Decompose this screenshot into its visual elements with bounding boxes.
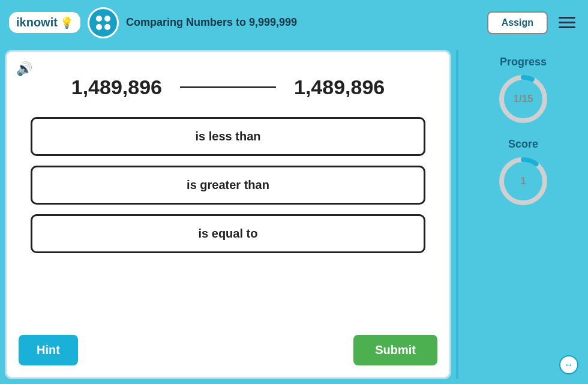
right-number: 1,489,896 bbox=[294, 76, 385, 99]
sound-icon[interactable]: 🔊 bbox=[16, 61, 32, 77]
logo-bulb-icon: 💡 bbox=[60, 16, 73, 29]
progress-label: Progress bbox=[500, 56, 547, 68]
hint-button[interactable]: Hint bbox=[19, 335, 78, 365]
question-area: 1,489,896 1,489,896 bbox=[19, 76, 437, 99]
score-label: Score bbox=[508, 138, 538, 151]
option-greater-than[interactable]: is greater than bbox=[31, 166, 425, 205]
hamburger-line bbox=[559, 17, 575, 19]
assign-button[interactable]: Assign bbox=[487, 11, 548, 34]
film-dot bbox=[104, 16, 110, 22]
bottom-bar: Hint Submit bbox=[19, 325, 437, 365]
option-equal-to[interactable]: is equal to bbox=[31, 214, 425, 253]
options-area: is less than is greater than is equal to bbox=[19, 117, 437, 325]
progress-section: Progress 1/15 bbox=[496, 56, 550, 126]
film-dot bbox=[96, 24, 102, 30]
answer-blank bbox=[180, 86, 276, 88]
logo-text: iknowit bbox=[16, 16, 58, 29]
film-dot bbox=[104, 24, 110, 30]
right-panel: Progress 1/15 Score 1 ↔ bbox=[463, 50, 583, 379]
score-value: 1 bbox=[520, 175, 526, 187]
progress-circle: 1/15 bbox=[496, 72, 550, 126]
navigation-icon[interactable]: ↔ bbox=[559, 355, 578, 374]
progress-value: 1/15 bbox=[513, 93, 533, 105]
logo: iknowit 💡 bbox=[9, 12, 80, 33]
option-less-than[interactable]: is less than bbox=[31, 117, 425, 156]
page-title: Comparing Numbers to 9,999,999 bbox=[126, 16, 480, 29]
left-number: 1,489,896 bbox=[71, 76, 162, 99]
question-panel: 🔊 1,489,896 1,489,896 is less than is gr… bbox=[5, 50, 451, 379]
score-circle: 1 bbox=[496, 154, 550, 208]
score-section: Score 1 bbox=[496, 138, 550, 208]
film-dots bbox=[96, 16, 110, 30]
header: iknowit 💡 Comparing Numbers to 9,999,999… bbox=[0, 0, 588, 45]
hamburger-line bbox=[559, 22, 575, 23]
main-content: 🔊 1,489,896 1,489,896 is less than is gr… bbox=[0, 45, 588, 384]
hamburger-line bbox=[559, 26, 575, 28]
divider bbox=[456, 50, 458, 379]
menu-button[interactable] bbox=[555, 13, 579, 32]
submit-button[interactable]: Submit bbox=[353, 335, 437, 365]
film-dot bbox=[96, 16, 102, 22]
film-icon bbox=[88, 7, 119, 38]
